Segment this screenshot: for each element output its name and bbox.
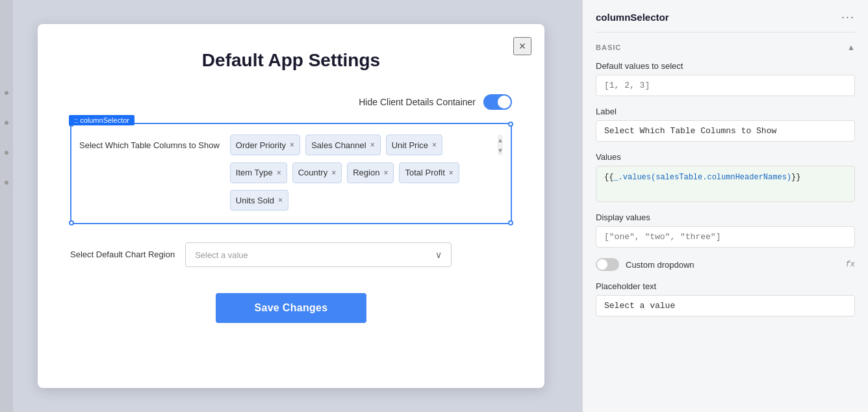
more-options-button[interactable]: ··· xyxy=(841,10,855,24)
chart-region-row: Select Default Chart Region Select a val… xyxy=(70,242,512,267)
default-values-input[interactable] xyxy=(596,75,855,96)
tags-area: Order Priority × Sales Channel × Unit Pr… xyxy=(230,135,495,212)
strip-dot xyxy=(5,91,8,95)
scroll-up-arrow[interactable]: ▲ xyxy=(498,135,503,145)
modal-close-button[interactable]: × xyxy=(513,37,531,55)
placeholder-text-input[interactable] xyxy=(596,295,855,316)
placeholder-text-field-group: Placeholder text xyxy=(596,281,855,316)
tag-close-country[interactable]: × xyxy=(331,169,336,177)
tag-close-sales-channel[interactable]: × xyxy=(370,141,375,149)
column-selector-box[interactable]: Select Which Table Columns to Show Order… xyxy=(70,123,512,224)
default-values-label: Default values to select xyxy=(596,61,855,71)
display-values-field-group: Display values xyxy=(596,212,855,248)
values-field-group: Values {{_.values(salesTable.columnHeade… xyxy=(596,152,855,202)
strip-dot xyxy=(5,151,8,155)
tag-close-units-sold[interactable]: × xyxy=(278,196,283,204)
tag-units-sold: Units Sold × xyxy=(230,190,288,211)
default-values-field-group: Default values to select xyxy=(596,61,855,96)
select-placeholder: Select a value xyxy=(195,250,248,260)
chart-region-select[interactable]: Select a value ∨ xyxy=(185,242,452,267)
left-panel: × Default App Settings Hide Client Detai… xyxy=(0,0,582,412)
right-panel: columnSelector ··· BASIC ▲ Default value… xyxy=(582,0,868,412)
basic-section-title: BASIC xyxy=(596,44,621,51)
label-input[interactable] xyxy=(596,120,855,142)
strip-dot xyxy=(5,121,8,125)
toggle-row: Hide Client Details Container xyxy=(70,94,512,110)
resize-handle-tr[interactable] xyxy=(508,122,513,127)
right-panel-header: columnSelector ··· xyxy=(596,10,855,32)
save-changes-button[interactable]: Save Changes xyxy=(216,293,367,323)
left-strip xyxy=(0,0,13,412)
modal-dialog: × Default App Settings Hide Client Detai… xyxy=(38,24,544,388)
tag-close-order-priority[interactable]: × xyxy=(290,141,294,149)
display-values-input[interactable] xyxy=(596,226,855,248)
custom-dropdown-row: Custom dropdown fx xyxy=(596,258,855,271)
strip-dot xyxy=(5,181,8,185)
basic-section-header: BASIC ▲ xyxy=(596,43,855,52)
placeholder-text-label: Placeholder text xyxy=(596,281,855,291)
display-values-label: Display values xyxy=(596,212,855,222)
right-panel-title: columnSelector xyxy=(596,12,669,23)
tag-unit-price: Unit Price × xyxy=(386,135,442,155)
hide-client-details-toggle[interactable] xyxy=(483,94,512,110)
label-field-group: Label xyxy=(596,107,855,142)
modal-title: Default App Settings xyxy=(70,50,512,71)
tag-item-type: Item Type × xyxy=(230,162,287,183)
label-field-label: Label xyxy=(596,107,855,116)
tags-scrollbar[interactable]: ▲ ▼ xyxy=(498,135,503,155)
basic-section-chevron-icon[interactable]: ▲ xyxy=(847,43,855,52)
resize-handle-bl[interactable] xyxy=(69,220,74,225)
tag-close-unit-price[interactable]: × xyxy=(432,141,437,149)
column-selector-tag: :: columnSelector xyxy=(69,115,134,125)
tag-sales-channel: Sales Channel × xyxy=(305,135,381,155)
toggle-label: Hide Client Details Container xyxy=(359,97,476,107)
fx-badge[interactable]: fx xyxy=(846,260,855,269)
scroll-down-arrow[interactable]: ▼ xyxy=(498,145,503,155)
values-input[interactable]: {{_.values(salesTable.columnHeaderNames)… xyxy=(596,166,855,202)
dropdown-arrow-icon: ∨ xyxy=(435,250,442,260)
tag-total-profit: Total Profit × xyxy=(399,162,459,183)
resize-handle-br[interactable] xyxy=(508,220,513,225)
tag-region: Region × xyxy=(347,162,394,183)
tag-close-item-type[interactable]: × xyxy=(277,169,281,177)
column-selector-wrapper: :: columnSelector Select Which Table Col… xyxy=(70,123,512,224)
tag-country: Country × xyxy=(292,162,342,183)
tag-close-total-profit[interactable]: × xyxy=(449,169,453,177)
values-label: Values xyxy=(596,152,855,162)
tag-close-region[interactable]: × xyxy=(383,169,388,177)
custom-dropdown-left: Custom dropdown xyxy=(596,258,695,271)
chart-region-label: Select Default Chart Region xyxy=(70,249,175,261)
tag-order-priority: Order Priority × xyxy=(230,135,300,155)
custom-dropdown-toggle[interactable] xyxy=(596,258,619,271)
custom-dropdown-label: Custom dropdown xyxy=(626,260,695,270)
column-selector-field-label: Select Which Table Columns to Show xyxy=(79,140,220,151)
